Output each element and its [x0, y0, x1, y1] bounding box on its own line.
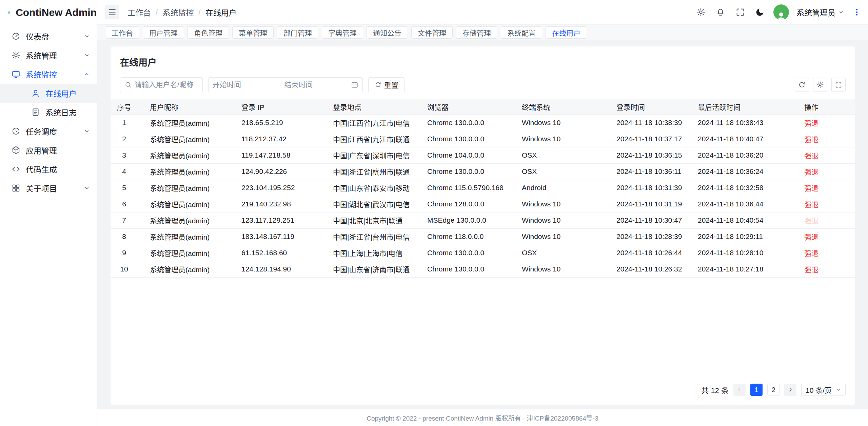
sidebar-item-online-user[interactable]: 在线用户 [0, 84, 97, 103]
collapse-sidebar-button[interactable] [105, 5, 119, 19]
sidebar-item-system-management[interactable]: 系统管理 [0, 46, 97, 65]
page-title: 在线用户 [120, 55, 846, 68]
chevron-down-icon [84, 52, 90, 58]
logo[interactable]: ContiNew Admin [0, 0, 97, 25]
column-header: 操作 [795, 99, 855, 115]
pagination: 共 12 条 1 2 10 条/页 [111, 377, 855, 405]
cell-nickname: 系统管理员(admin) [141, 180, 233, 196]
cell-login_time: 2024-11-18 10:36:11 [608, 163, 689, 180]
gear-icon [696, 7, 706, 17]
tab-部门管理[interactable]: 部门管理 [277, 26, 318, 39]
avatar[interactable] [773, 4, 789, 20]
tab-用户管理[interactable]: 用户管理 [143, 26, 184, 39]
cell-action: 强退 [795, 196, 855, 212]
search-input[interactable] [135, 81, 198, 89]
cell-last_active: 2024-11-18 10:40:47 [689, 131, 795, 147]
cell-browser: Chrome 130.0.0.0 [418, 261, 513, 277]
date-range-picker[interactable]: - [208, 77, 363, 92]
cell-no: 10 [111, 261, 141, 277]
tab-存储管理[interactable]: 存储管理 [456, 26, 497, 39]
cell-browser: Chrome 118.0.0.0 [418, 228, 513, 245]
tab-字典管理[interactable]: 字典管理 [322, 26, 363, 39]
tab-菜单管理[interactable]: 菜单管理 [232, 26, 274, 39]
cell-ip: 223.104.195.252 [233, 180, 324, 196]
cell-last_active: 2024-11-18 10:28:10 [689, 245, 795, 261]
dark-mode-button[interactable] [754, 6, 766, 18]
sidebar-item-dashboard[interactable]: 仪表盘 [0, 27, 97, 46]
column-settings-button[interactable] [813, 78, 827, 92]
sidebar-item-label: 系统日志 [45, 106, 90, 118]
cell-location: 中国|北京|北京市|联通 [324, 212, 418, 228]
notifications-button[interactable] [714, 6, 727, 18]
chevron-up-icon [84, 71, 90, 77]
force-logout-link[interactable]: 强退 [804, 249, 818, 257]
tab-角色管理[interactable]: 角色管理 [188, 26, 229, 39]
grid-icon [12, 184, 20, 192]
page-size-select[interactable]: 10 条/页 [801, 384, 846, 396]
online-users-card: 在线用户 - 重置 [111, 46, 855, 405]
moon-icon [755, 7, 765, 17]
settings-button[interactable] [695, 6, 707, 18]
force-logout-link[interactable]: 强退 [804, 168, 818, 176]
breadcrumb-item[interactable]: 系统监控 [162, 6, 194, 18]
table-row: 2系统管理员(admin)118.212.37.42中国|江西省|九江市|联通C… [111, 131, 855, 147]
cell-no: 3 [111, 147, 141, 163]
cell-os: Windows 10 [513, 196, 608, 212]
sidebar-item-code-generation[interactable]: 代码生成 [0, 160, 97, 179]
sidebar-menu: 仪表盘 系统管理 系统监控 在线用户 系统日志 [0, 25, 97, 426]
tab-工作台[interactable]: 工作台 [105, 26, 139, 39]
breadcrumb-item[interactable]: 工作台 [127, 6, 151, 18]
tab-文件管理[interactable]: 文件管理 [411, 26, 453, 39]
breadcrumb-separator: / [156, 8, 158, 17]
dashboard-icon [12, 32, 20, 41]
user-menu[interactable]: 系统管理员 [796, 6, 844, 18]
force-logout-link[interactable]: 强退 [804, 266, 818, 273]
date-start-input[interactable] [213, 81, 277, 89]
force-logout-link[interactable]: 强退 [804, 201, 818, 208]
column-header: 用户昵称 [141, 99, 233, 115]
fullscreen-button[interactable] [734, 6, 746, 18]
chevron-down-icon [835, 387, 841, 393]
page-size-value: 10 条/页 [806, 385, 832, 395]
tab-系统配置[interactable]: 系统配置 [501, 26, 542, 39]
sidebar-item-about-project[interactable]: 关于项目 [0, 179, 97, 198]
refresh-table-button[interactable] [795, 78, 809, 92]
column-header: 登录 IP [233, 99, 324, 115]
tab-在线用户[interactable]: 在线用户 [546, 26, 587, 39]
force-logout-link[interactable]: 强退 [804, 233, 818, 241]
cell-os: OSX [513, 147, 608, 163]
reset-button[interactable]: 重置 [368, 77, 405, 92]
cell-no: 5 [111, 180, 141, 196]
cube-icon [12, 146, 20, 155]
tab-通知公告[interactable]: 通知公告 [367, 26, 408, 39]
cell-no: 9 [111, 245, 141, 261]
cell-browser: Chrome 130.0.0.0 [418, 245, 513, 261]
logo-icon [7, 5, 11, 20]
force-logout-link[interactable]: 强退 [804, 119, 818, 127]
breadcrumb-separator: / [198, 8, 200, 17]
force-logout-link[interactable]: 强退 [804, 184, 818, 192]
force-logout-link[interactable]: 强退 [804, 152, 818, 160]
cell-no: 2 [111, 131, 141, 147]
date-end-input[interactable] [284, 81, 349, 89]
sidebar-item-system-log[interactable]: 系统日志 [0, 103, 97, 122]
page-button-1[interactable]: 1 [750, 384, 763, 396]
sidebar-item-system-monitor[interactable]: 系统监控 [0, 65, 97, 84]
prev-page-button[interactable] [733, 384, 746, 396]
person-icon [775, 10, 787, 20]
search-box [120, 77, 203, 92]
table-fullscreen-button[interactable] [831, 78, 846, 92]
table-row: 3系统管理员(admin)119.147.218.58中国|广东省|深圳市|电信… [111, 147, 855, 163]
page-button-2[interactable]: 2 [767, 384, 780, 396]
fullscreen-icon [835, 81, 842, 88]
cell-login_time: 2024-11-18 10:26:44 [608, 245, 689, 261]
more-button[interactable] [852, 6, 862, 18]
header-actions: 系统管理员 [695, 4, 862, 20]
monitor-icon [12, 70, 20, 79]
next-page-button[interactable] [784, 384, 796, 396]
force-logout-link[interactable]: 强退 [804, 136, 818, 143]
cell-last_active: 2024-11-18 10:38:43 [689, 115, 795, 131]
sidebar-item-app-management[interactable]: 应用管理 [0, 141, 97, 160]
cell-login_time: 2024-11-18 10:37:17 [608, 131, 689, 147]
sidebar-item-task-schedule[interactable]: 任务调度 [0, 122, 97, 141]
